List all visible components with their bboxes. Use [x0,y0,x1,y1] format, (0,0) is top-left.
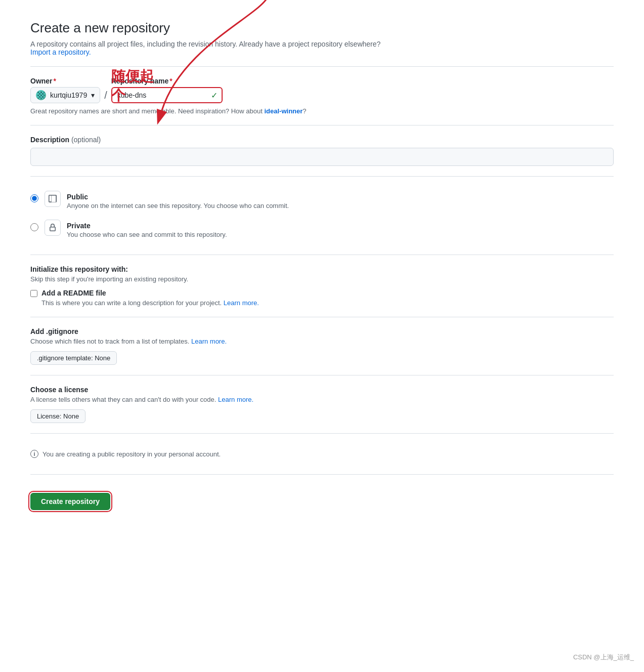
divider-bottom [30,474,614,475]
private-title: Private [67,222,227,230]
repo-name-hint: Great repository names are short and mem… [30,107,614,115]
license-section: Choose a license A license tells others … [30,386,614,423]
initialize-desc: Skip this step if you're importing an ex… [30,275,614,283]
info-message: You are creating a public repository in … [42,450,221,458]
owner-avatar-pattern [37,92,45,99]
readme-label[interactable]: Add a README file [41,289,106,297]
readme-checkbox[interactable] [30,290,37,297]
slash-divider: / [104,87,107,103]
initialize-title: Initialize this repository with: [30,265,614,273]
repo-name-field-group: Repository name* ✓ 随便起个 [111,77,223,103]
description-input[interactable] [30,148,614,166]
owner-dropdown-chevron: ▾ [91,91,95,99]
description-section: Description (optional) [30,136,614,166]
public-title: Public [67,193,289,201]
gitignore-learn-more[interactable]: Learn more. [191,338,227,345]
owner-avatar [36,90,46,100]
owner-dropdown[interactable]: kurtqiu1979 ▾ [30,87,100,103]
license-learn-more[interactable]: Learn more. [218,396,253,403]
private-option[interactable]: Private You choose who can see and commi… [30,216,614,244]
license-desc: A license tells others what they can and… [30,396,614,403]
visibility-section: Public Anyone on the internet can see th… [30,187,614,244]
repo-name-label: Repository name* [111,77,223,85]
info-row: i You are creating a public repository i… [30,444,614,464]
owner-repo-row: Owner* kurtqiu1979 ▾ / Repository name* … [30,77,614,103]
owner-label: Owner* [30,77,100,85]
license-dropdown[interactable]: License: None [30,409,85,423]
private-desc: You choose who can see and commit to thi… [67,231,227,238]
repo-name-wrapper: ✓ [111,87,223,103]
public-icon [45,191,61,207]
divider-description [30,125,614,125]
divider-license [30,375,614,375]
gitignore-desc: Choose which files not to track from a l… [30,338,614,345]
divider-initialize [30,255,614,255]
private-content: Private You choose who can see and commi… [67,222,227,238]
public-desc: Anyone on the internet can see this repo… [67,202,289,209]
description-label: Description (optional) [30,136,101,144]
import-link[interactable]: Import a repository. [30,48,91,56]
info-icon: i [30,450,38,458]
private-icon [45,220,61,236]
public-content: Public Anyone on the internet can see th… [67,193,289,209]
gitignore-dropdown[interactable]: .gitignore template: None [30,351,117,365]
readme-learn-more[interactable]: Learn more. [224,299,259,307]
private-radio[interactable] [30,223,38,231]
divider-top [30,66,614,67]
repo-name-input[interactable] [111,87,223,103]
description-optional: (optional) [71,136,101,144]
public-option[interactable]: Public Anyone on the internet can see th… [30,187,614,216]
public-radio[interactable] [30,194,38,202]
initialize-section: Initialize this repository with: Skip th… [30,265,614,307]
repo-name-valid-icon: ✓ [211,91,218,100]
owner-required-star: * [54,77,56,85]
page-subtitle: A repository contains all project files,… [30,40,614,56]
owner-name: kurtqiu1979 [50,91,87,99]
divider-visibility [30,176,614,177]
suggestion-link[interactable]: ideal-winner [264,107,303,115]
readme-row[interactable]: Add a README file [30,289,614,297]
page-title: Create a new repository [30,20,614,36]
create-repository-button[interactable]: Create repository [30,493,110,510]
license-title: Choose a license [30,386,614,394]
divider-gitignore [30,317,614,317]
gitignore-title: Add .gitignore [30,327,614,335]
repo-name-required-star: * [169,77,172,85]
owner-field-group: Owner* kurtqiu1979 ▾ [30,77,100,103]
gitignore-section: Add .gitignore Choose which files not to… [30,327,614,365]
divider-info [30,433,614,434]
create-button-wrapper: Create repository [30,485,614,518]
readme-desc: This is where you can write a long descr… [41,299,614,307]
